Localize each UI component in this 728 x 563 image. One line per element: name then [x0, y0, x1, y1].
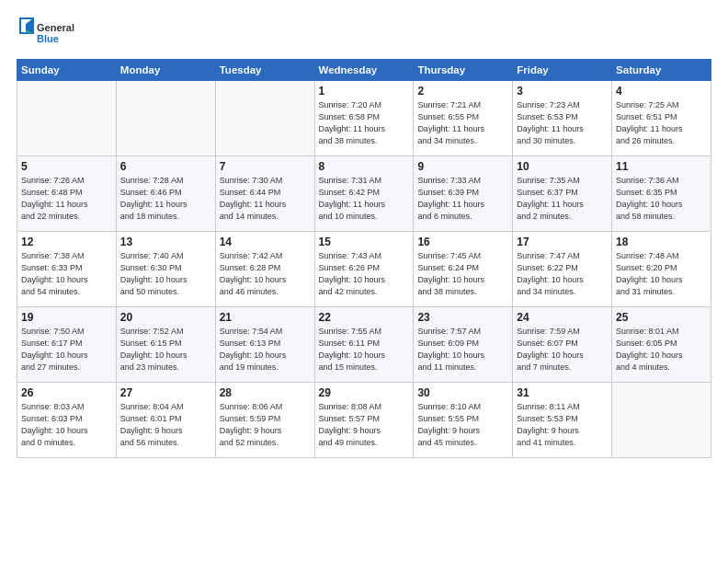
day-info: Sunrise: 8:01 AM Sunset: 6:05 PM Dayligh… [616, 326, 707, 373]
day-info: Sunrise: 7:30 AM Sunset: 6:44 PM Dayligh… [220, 175, 311, 223]
weekday-friday: Friday [513, 60, 612, 81]
day-number: 20 [120, 311, 211, 324]
day-cell-18: 18Sunrise: 7:48 AM Sunset: 6:20 PM Dayli… [612, 232, 711, 307]
calendar-table: SundayMondayTuesdayWednesdayThursdayFrid… [17, 59, 711, 458]
day-number: 16 [417, 236, 508, 248]
day-number: 24 [517, 311, 608, 324]
day-cell-27: 27Sunrise: 8:04 AM Sunset: 6:01 PM Dayli… [116, 383, 215, 458]
day-info: Sunrise: 7:43 AM Sunset: 6:26 PM Dayligh… [319, 250, 410, 298]
day-cell-29: 29Sunrise: 8:08 AM Sunset: 5:57 PM Dayli… [314, 383, 414, 458]
day-info: Sunrise: 8:08 AM Sunset: 5:57 PM Dayligh… [319, 401, 410, 449]
day-number: 6 [120, 160, 211, 173]
day-number: 19 [21, 311, 112, 324]
week-row-3: 12Sunrise: 7:38 AM Sunset: 6:33 PM Dayli… [17, 232, 711, 307]
day-number: 7 [220, 160, 311, 173]
svg-text:General: General [37, 22, 74, 33]
day-number: 5 [21, 160, 112, 173]
day-number: 2 [417, 85, 508, 98]
week-row-2: 5Sunrise: 7:26 AM Sunset: 6:48 PM Daylig… [17, 156, 711, 232]
day-info: Sunrise: 7:55 AM Sunset: 6:11 PM Dayligh… [319, 326, 410, 373]
day-number: 3 [517, 85, 608, 98]
day-cell-15: 15Sunrise: 7:43 AM Sunset: 6:26 PM Dayli… [314, 232, 414, 307]
day-info: Sunrise: 8:06 AM Sunset: 5:59 PM Dayligh… [220, 401, 311, 449]
day-number: 10 [517, 160, 608, 173]
day-number: 30 [417, 386, 508, 399]
day-number: 29 [319, 386, 410, 399]
day-info: Sunrise: 7:31 AM Sunset: 6:42 PM Dayligh… [319, 175, 410, 223]
day-cell-7: 7Sunrise: 7:30 AM Sunset: 6:44 PM Daylig… [215, 156, 314, 232]
day-number: 17 [517, 236, 608, 248]
empty-cell [17, 81, 117, 156]
day-cell-12: 12Sunrise: 7:38 AM Sunset: 6:33 PM Dayli… [17, 232, 117, 307]
day-info: Sunrise: 7:38 AM Sunset: 6:33 PM Dayligh… [21, 250, 112, 298]
weekday-wednesday: Wednesday [314, 60, 414, 81]
day-cell-20: 20Sunrise: 7:52 AM Sunset: 6:15 PM Dayli… [116, 307, 215, 383]
day-number: 22 [319, 311, 410, 324]
day-cell-10: 10Sunrise: 7:35 AM Sunset: 6:37 PM Dayli… [513, 156, 612, 232]
day-info: Sunrise: 7:40 AM Sunset: 6:30 PM Dayligh… [120, 250, 211, 298]
day-info: Sunrise: 7:48 AM Sunset: 6:20 PM Dayligh… [616, 250, 707, 298]
day-info: Sunrise: 7:23 AM Sunset: 6:53 PM Dayligh… [517, 99, 608, 147]
svg-text:Blue: Blue [37, 33, 59, 44]
day-number: 26 [21, 386, 112, 399]
day-info: Sunrise: 7:59 AM Sunset: 6:07 PM Dayligh… [517, 326, 608, 373]
day-number: 15 [319, 236, 410, 248]
day-info: Sunrise: 7:50 AM Sunset: 6:17 PM Dayligh… [21, 326, 112, 373]
day-info: Sunrise: 7:45 AM Sunset: 6:24 PM Dayligh… [417, 250, 508, 298]
day-info: Sunrise: 7:21 AM Sunset: 6:55 PM Dayligh… [417, 99, 508, 147]
day-cell-31: 31Sunrise: 8:11 AM Sunset: 5:53 PM Dayli… [513, 383, 612, 458]
day-number: 14 [220, 236, 311, 248]
day-cell-3: 3Sunrise: 7:23 AM Sunset: 6:53 PM Daylig… [513, 81, 612, 156]
day-number: 4 [616, 85, 707, 98]
day-cell-2: 2Sunrise: 7:21 AM Sunset: 6:55 PM Daylig… [414, 81, 513, 156]
day-info: Sunrise: 7:25 AM Sunset: 6:51 PM Dayligh… [616, 99, 707, 147]
day-number: 12 [21, 236, 112, 248]
week-row-4: 19Sunrise: 7:50 AM Sunset: 6:17 PM Dayli… [17, 307, 711, 383]
day-info: Sunrise: 7:57 AM Sunset: 6:09 PM Dayligh… [417, 326, 508, 373]
weekday-monday: Monday [116, 60, 215, 81]
day-info: Sunrise: 7:42 AM Sunset: 6:28 PM Dayligh… [220, 250, 311, 298]
day-cell-30: 30Sunrise: 8:10 AM Sunset: 5:55 PM Dayli… [414, 383, 513, 458]
day-info: Sunrise: 8:11 AM Sunset: 5:53 PM Dayligh… [517, 401, 608, 449]
day-cell-17: 17Sunrise: 7:47 AM Sunset: 6:22 PM Dayli… [513, 232, 612, 307]
weekday-header-row: SundayMondayTuesdayWednesdayThursdayFrid… [17, 60, 711, 81]
day-cell-9: 9Sunrise: 7:33 AM Sunset: 6:39 PM Daylig… [414, 156, 513, 232]
day-number: 11 [616, 160, 707, 173]
day-number: 31 [517, 386, 608, 399]
empty-cell [612, 383, 711, 458]
day-cell-6: 6Sunrise: 7:28 AM Sunset: 6:46 PM Daylig… [116, 156, 215, 232]
day-info: Sunrise: 7:33 AM Sunset: 6:39 PM Dayligh… [417, 175, 508, 223]
day-cell-24: 24Sunrise: 7:59 AM Sunset: 6:07 PM Dayli… [513, 307, 612, 383]
day-number: 18 [616, 236, 707, 248]
day-number: 21 [220, 311, 311, 324]
day-cell-23: 23Sunrise: 7:57 AM Sunset: 6:09 PM Dayli… [414, 307, 513, 383]
logo-svg: General Blue [17, 17, 81, 50]
day-info: Sunrise: 7:52 AM Sunset: 6:15 PM Dayligh… [120, 326, 211, 373]
weekday-tuesday: Tuesday [215, 60, 314, 81]
day-info: Sunrise: 7:26 AM Sunset: 6:48 PM Dayligh… [21, 175, 112, 223]
day-info: Sunrise: 7:36 AM Sunset: 6:35 PM Dayligh… [616, 175, 707, 223]
day-info: Sunrise: 7:35 AM Sunset: 6:37 PM Dayligh… [517, 175, 608, 223]
day-number: 9 [417, 160, 508, 173]
day-cell-4: 4Sunrise: 7:25 AM Sunset: 6:51 PM Daylig… [612, 81, 711, 156]
empty-cell [215, 81, 314, 156]
day-cell-22: 22Sunrise: 7:55 AM Sunset: 6:11 PM Dayli… [314, 307, 414, 383]
day-info: Sunrise: 7:54 AM Sunset: 6:13 PM Dayligh… [220, 326, 311, 373]
day-number: 8 [319, 160, 410, 173]
day-info: Sunrise: 7:28 AM Sunset: 6:46 PM Dayligh… [120, 175, 211, 223]
weekday-thursday: Thursday [414, 60, 513, 81]
day-cell-21: 21Sunrise: 7:54 AM Sunset: 6:13 PM Dayli… [215, 307, 314, 383]
day-cell-14: 14Sunrise: 7:42 AM Sunset: 6:28 PM Dayli… [215, 232, 314, 307]
day-info: Sunrise: 8:10 AM Sunset: 5:55 PM Dayligh… [417, 401, 508, 449]
day-info: Sunrise: 8:03 AM Sunset: 6:03 PM Dayligh… [21, 401, 112, 449]
day-number: 13 [120, 236, 211, 248]
day-cell-19: 19Sunrise: 7:50 AM Sunset: 6:17 PM Dayli… [17, 307, 117, 383]
header: General Blue [17, 17, 711, 50]
day-cell-26: 26Sunrise: 8:03 AM Sunset: 6:03 PM Dayli… [17, 383, 117, 458]
day-number: 25 [616, 311, 707, 324]
day-cell-8: 8Sunrise: 7:31 AM Sunset: 6:42 PM Daylig… [314, 156, 414, 232]
day-number: 28 [220, 386, 311, 399]
logo: General Blue [17, 17, 81, 50]
day-number: 1 [319, 85, 410, 98]
weekday-saturday: Saturday [612, 60, 711, 81]
